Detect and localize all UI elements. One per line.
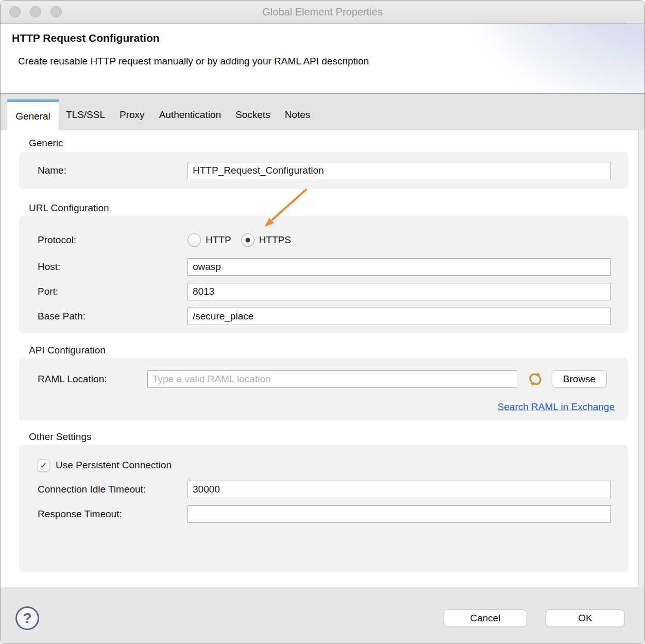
- window-title: Global Element Properties: [1, 1, 644, 24]
- cancel-button[interactable]: Cancel: [444, 609, 527, 627]
- port-label: Port:: [38, 286, 188, 297]
- response-timeout-input[interactable]: [188, 505, 611, 523]
- panel-url-configuration: Protocol: HTTP HTTPS Host: Port: Base Pa…: [19, 216, 628, 333]
- use-persistent-connection-checkbox[interactable]: ✓: [38, 460, 49, 471]
- tab-tls-ssl[interactable]: TLS/SSL: [59, 109, 112, 121]
- dialog-header: HTTP Request Configuration Create reusab…: [1, 24, 644, 94]
- protocol-label: Protocol:: [38, 234, 188, 246]
- dialog-window: Global Element Properties HTTP Request C…: [0, 0, 645, 644]
- connection-idle-timeout-input[interactable]: [188, 481, 611, 498]
- search-raml-exchange-link[interactable]: Search RAML in Exchange: [498, 401, 615, 413]
- radio-https[interactable]: [241, 233, 254, 247]
- raml-location-input[interactable]: [147, 370, 517, 388]
- panel-api-configuration: RAML Location: Browse Search RAML in Exc…: [19, 358, 628, 420]
- tab-general[interactable]: General: [7, 99, 59, 130]
- tab-bar: General TLS/SSL Proxy Authentication Soc…: [1, 94, 644, 130]
- host-input[interactable]: [188, 258, 611, 276]
- radio-https-label: HTTPS: [259, 234, 291, 246]
- raml-location-label: RAML Location:: [38, 374, 147, 385]
- help-icon[interactable]: ?: [15, 606, 39, 630]
- ok-button[interactable]: OK: [546, 609, 625, 627]
- scrollbar-track[interactable]: [638, 130, 644, 588]
- tab-notes[interactable]: Notes: [278, 109, 318, 121]
- protocol-radio-group: HTTP HTTPS: [188, 233, 291, 247]
- response-timeout-label: Response Timeout:: [38, 509, 188, 520]
- base-path-label: Base Path:: [38, 311, 188, 322]
- radio-http[interactable]: [188, 233, 201, 247]
- page-description: Create reusable HTTP request manually or…: [18, 56, 369, 67]
- section-title-api-configuration: API Configuration: [29, 345, 106, 356]
- tab-authentication[interactable]: Authentication: [152, 109, 228, 121]
- host-label: Host:: [38, 261, 188, 273]
- tab-sockets[interactable]: Sockets: [228, 109, 278, 121]
- section-title-generic: Generic: [29, 138, 63, 149]
- section-title-other-settings: Other Settings: [29, 431, 91, 443]
- use-persistent-connection-label: Use Persistent Connection: [56, 460, 172, 471]
- section-title-url-configuration: URL Configuration: [29, 202, 109, 214]
- panel-generic: Name:: [19, 152, 628, 189]
- dialog-footer: ? Cancel OK: [1, 587, 644, 643]
- connection-idle-timeout-label: Connection Idle Timeout:: [38, 484, 188, 495]
- refresh-raml-icon[interactable]: [527, 371, 544, 387]
- page-title: HTTP Request Configuration: [12, 32, 160, 44]
- titlebar: Global Element Properties: [1, 1, 644, 24]
- panel-other-settings: ✓ Use Persistent Connection Connection I…: [19, 445, 628, 572]
- radio-http-label: HTTP: [206, 234, 231, 246]
- port-input[interactable]: [188, 283, 611, 300]
- base-path-input[interactable]: [188, 308, 611, 325]
- name-label: Name:: [38, 165, 188, 176]
- tab-proxy[interactable]: Proxy: [112, 109, 152, 121]
- browse-button[interactable]: Browse: [552, 370, 607, 388]
- name-input[interactable]: [188, 162, 611, 179]
